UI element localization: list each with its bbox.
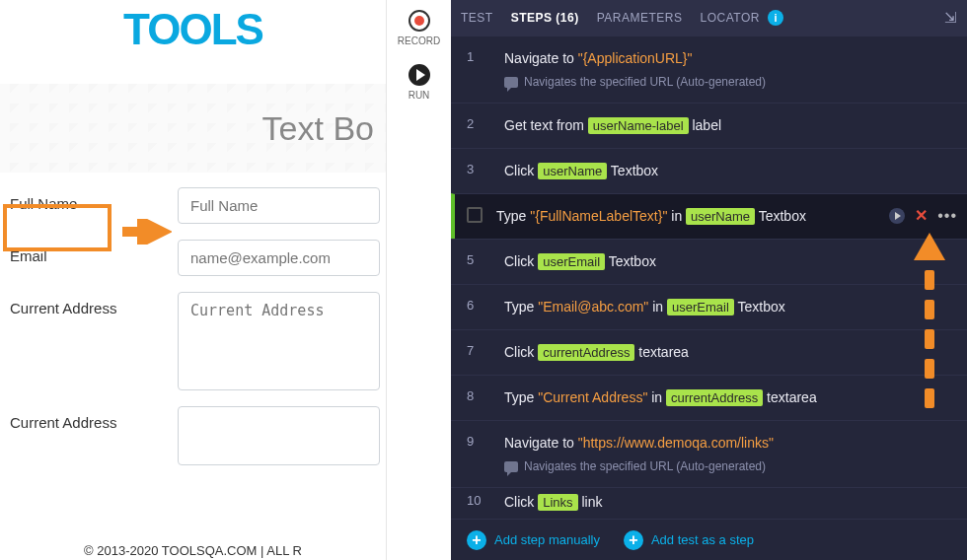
demo-header: TOOLS — [0, 0, 386, 54]
collapse-icon[interactable]: ⇲ — [944, 9, 957, 27]
step-number: 7 — [467, 342, 490, 358]
step-body: Navigate to "https://www.demoqa.com/link… — [504, 433, 957, 475]
current-address-label-2: Current Address — [10, 406, 178, 431]
plus-icon: + — [467, 530, 486, 550]
add-step-label: Add step manually — [494, 532, 600, 547]
panel-tabs: TEST STEPS (16) PARAMETERS LOCATOR i ⇲ — [451, 0, 967, 35]
step-row[interactable]: 5 Click userEmail Textbox — [451, 239, 967, 284]
step-number: 6 — [467, 297, 490, 313]
step-body: Click userEmail Textbox — [504, 251, 957, 272]
step-row-selected[interactable]: Type "{FullNameLabelText}" in userName T… — [451, 193, 967, 239]
delete-step-icon[interactable]: ✕ — [915, 206, 928, 225]
arrow-head-icon — [914, 233, 945, 260]
row-current-address: Current Address — [10, 292, 386, 390]
record-button[interactable]: RECORD — [398, 10, 440, 46]
step-body: Click Links link — [504, 492, 957, 513]
steps-list: 1 Navigate to "{ApplicationURL}" Navigat… — [451, 35, 967, 519]
step-checkbox[interactable] — [467, 207, 483, 223]
step-body: Type "{FullNameLabelText}" in userName T… — [496, 206, 889, 227]
email-input[interactable] — [178, 240, 380, 276]
comment-icon — [504, 77, 518, 88]
step-number: 1 — [467, 48, 490, 64]
step-number: 10 — [467, 492, 490, 508]
comment-icon — [504, 461, 518, 472]
step-number: 8 — [467, 387, 490, 403]
record-icon — [409, 10, 430, 32]
step-row[interactable]: 3 Click userName Textbox — [451, 148, 967, 193]
annotation-arrow — [914, 233, 945, 408]
step-number: 9 — [467, 433, 490, 449]
logo: TOOLS — [123, 5, 262, 53]
current-address-input-2[interactable] — [178, 406, 380, 465]
step-body: Type "Email@abc.com" in userEmail Textbo… — [504, 297, 957, 317]
step-body: Get text from userName-label label — [504, 115, 957, 136]
tab-parameters[interactable]: PARAMETERS — [597, 11, 683, 25]
page-title: Text Bo — [262, 109, 374, 148]
step-row[interactable]: 1 Navigate to "{ApplicationURL}" Navigat… — [451, 35, 967, 103]
step-row[interactable]: 6 Type "Email@abc.com" in userEmail Text… — [451, 284, 967, 329]
tab-test[interactable]: TEST — [461, 11, 493, 25]
run-label: RUN — [409, 90, 430, 101]
current-address-label: Current Address — [10, 292, 178, 316]
full-name-input[interactable] — [178, 187, 380, 224]
current-address-input[interactable] — [178, 292, 380, 390]
add-step-button[interactable]: + Add step manually — [467, 530, 600, 550]
play-icon — [409, 64, 430, 86]
play-step-icon[interactable] — [889, 208, 905, 224]
step-body: Type "Current Address" in currentAddress… — [504, 387, 957, 408]
highlight-box — [3, 204, 112, 251]
demo-application: TOOLS Text Bo Full Name Email Current Ad… — [0, 0, 386, 560]
step-actions: ✕ ••• — [889, 206, 957, 225]
step-row[interactable]: 10 Click Links link — [451, 487, 967, 519]
row-current-address-2: Current Address — [10, 406, 386, 465]
step-body: Navigate to "{ApplicationURL}" Navigates… — [504, 48, 957, 91]
step-number: 3 — [467, 161, 490, 176]
more-icon[interactable]: ••• — [937, 207, 957, 225]
step-body: Click currentAddress textarea — [504, 342, 957, 363]
run-button[interactable]: RUN — [409, 64, 430, 101]
tab-steps[interactable]: STEPS (16) — [511, 11, 579, 25]
step-row[interactable]: 7 Click currentAddress textarea — [451, 329, 967, 375]
info-icon[interactable]: i — [768, 10, 783, 26]
add-test-button[interactable]: + Add test as a step — [624, 530, 754, 550]
step-row[interactable]: 2 Get text from userName-label label — [451, 103, 967, 148]
record-label: RECORD — [398, 35, 440, 46]
footer-actions: + Add step manually + Add test as a step — [451, 519, 967, 560]
copyright: © 2013-2020 TOOLSQA.COM | ALL R — [0, 543, 386, 558]
step-row[interactable]: 8 Type "Current Address" in currentAddre… — [451, 375, 967, 420]
arrow-icon — [122, 219, 172, 245]
steps-panel: TEST STEPS (16) PARAMETERS LOCATOR i ⇲ 1… — [451, 0, 967, 560]
hero-banner: Text Bo — [0, 84, 386, 173]
tab-locator[interactable]: LOCATOR — [701, 11, 760, 25]
step-number: 5 — [467, 251, 490, 267]
step-number: 2 — [467, 115, 490, 131]
add-test-label: Add test as a step — [651, 532, 754, 547]
plus-icon: + — [624, 530, 643, 550]
recorder-toolbar: RECORD RUN — [386, 0, 451, 560]
step-row[interactable]: 9 Navigate to "https://www.demoqa.com/li… — [451, 420, 967, 487]
step-body: Click userName Textbox — [504, 161, 957, 181]
